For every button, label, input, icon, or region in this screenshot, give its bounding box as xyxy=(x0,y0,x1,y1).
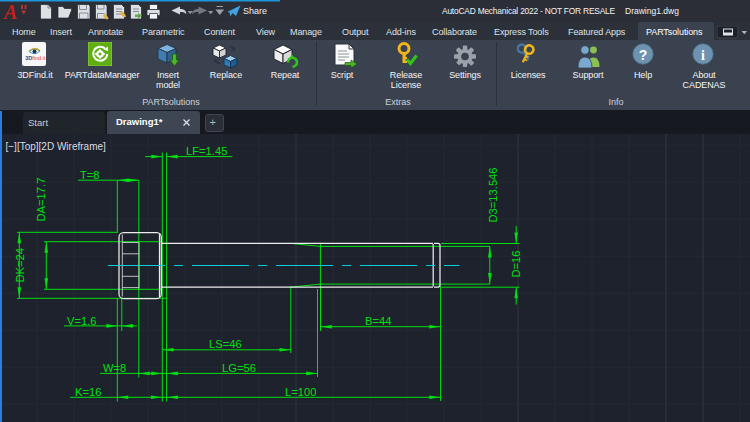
svg-text:D=16: D=16 xyxy=(510,250,522,277)
svg-text:D3=13.546: D3=13.546 xyxy=(487,167,499,222)
svg-text:A: A xyxy=(2,1,17,23)
svg-text:L=100: L=100 xyxy=(285,386,316,398)
svg-text:i: i xyxy=(701,48,705,63)
svg-text:find.it: find.it xyxy=(32,55,46,61)
svg-text:[−][Top][2D Wireframe]: [−][Top][2D Wireframe] xyxy=(6,141,107,152)
svg-text:W=8: W=8 xyxy=(103,362,126,374)
svg-text:?: ? xyxy=(639,47,648,63)
svg-text:3D: 3D xyxy=(25,55,32,61)
svg-text:T=8: T=8 xyxy=(80,169,100,181)
svg-text:K=16: K=16 xyxy=(75,386,101,398)
svg-text:LG=56: LG=56 xyxy=(222,362,256,374)
svg-text:LS=46: LS=46 xyxy=(209,338,242,350)
svg-text:DA=17.7: DA=17.7 xyxy=(35,178,47,222)
svg-text:V=1.6: V=1.6 xyxy=(67,315,97,327)
svg-text:DK=24: DK=24 xyxy=(14,248,26,283)
svg-text:LF=1.45: LF=1.45 xyxy=(186,145,227,157)
svg-text:B=44: B=44 xyxy=(365,315,391,327)
